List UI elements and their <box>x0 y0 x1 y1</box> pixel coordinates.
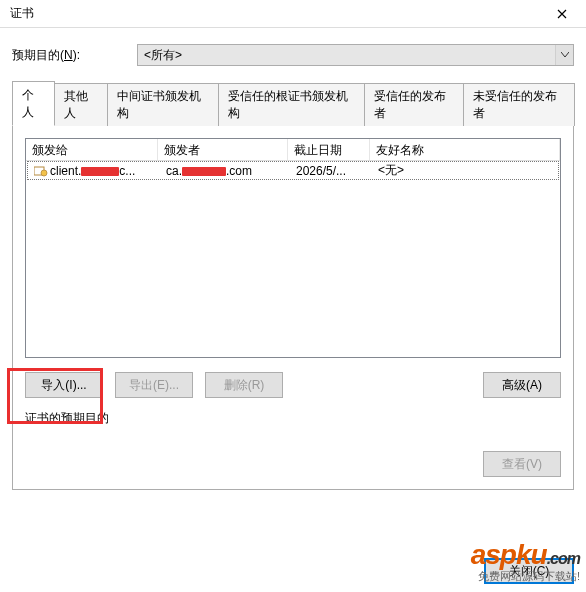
cell-friendly-name: <无> <box>372 159 558 182</box>
tab-panel: 颁发给 颁发者 截止日期 友好名称 client.c... ca..com 20… <box>12 126 574 490</box>
cert-purpose-section-label: 证书的预期目的 <box>25 410 561 427</box>
view-button[interactable]: 查看(V) <box>483 451 561 477</box>
tab-intermediate-ca[interactable]: 中间证书颁发机构 <box>107 83 219 126</box>
window-title: 证书 <box>10 5 34 22</box>
chevron-down-icon <box>555 45 573 65</box>
actions-row: 导入(I)... 导出(E)... 删除(R) 高级(A) <box>25 372 561 398</box>
dialog-bottom-row: 关闭(C) <box>484 558 574 584</box>
tab-trusted-root-ca[interactable]: 受信任的根证书颁发机构 <box>218 83 364 126</box>
purpose-select[interactable]: <所有> <box>137 44 574 66</box>
cell-expiration: 2026/5/... <box>290 161 372 181</box>
tab-untrusted-publishers[interactable]: 未受信任的发布者 <box>463 83 575 126</box>
col-expiration[interactable]: 截止日期 <box>288 139 370 160</box>
purpose-row: 预期目的(N): <所有> <box>12 44 574 66</box>
tab-trusted-publishers[interactable]: 受信任的发布者 <box>364 83 464 126</box>
tab-other-people[interactable]: 其他人 <box>54 83 108 126</box>
certificate-icon <box>34 165 48 177</box>
list-row[interactable]: client.c... ca..com 2026/5/... <无> <box>27 161 559 180</box>
close-button[interactable]: 关闭(C) <box>484 558 574 584</box>
dialog-content: 预期目的(N): <所有> 个人 其他人 中间证书颁发机构 受信任的根证书颁发机… <box>0 28 586 498</box>
export-button[interactable]: 导出(E)... <box>115 372 193 398</box>
advanced-button[interactable]: 高级(A) <box>483 372 561 398</box>
purpose-label: 预期目的(N): <box>12 47 137 64</box>
view-button-row: 查看(V) <box>25 451 561 477</box>
import-button[interactable]: 导入(I)... <box>25 372 103 398</box>
titlebar: 证书 <box>0 0 586 28</box>
col-issued-by[interactable]: 颁发者 <box>158 139 288 160</box>
list-body: client.c... ca..com 2026/5/... <无> <box>26 161 560 357</box>
cell-issued-by: ca..com <box>160 161 290 181</box>
list-header: 颁发给 颁发者 截止日期 友好名称 <box>26 139 560 161</box>
close-icon <box>557 9 567 19</box>
cell-issued-to: client.c... <box>28 161 160 181</box>
tab-personal[interactable]: 个人 <box>12 81 55 126</box>
delete-button[interactable]: 删除(R) <box>205 372 283 398</box>
certificate-list[interactable]: 颁发给 颁发者 截止日期 友好名称 client.c... ca..com 20… <box>25 138 561 358</box>
purpose-select-value: <所有> <box>144 47 182 64</box>
svg-point-1 <box>41 170 47 176</box>
window-close-button[interactable] <box>546 3 578 25</box>
col-friendly-name[interactable]: 友好名称 <box>370 139 560 160</box>
tab-strip: 个人 其他人 中间证书颁发机构 受信任的根证书颁发机构 受信任的发布者 未受信任… <box>12 80 574 126</box>
col-issued-to[interactable]: 颁发给 <box>26 139 158 160</box>
